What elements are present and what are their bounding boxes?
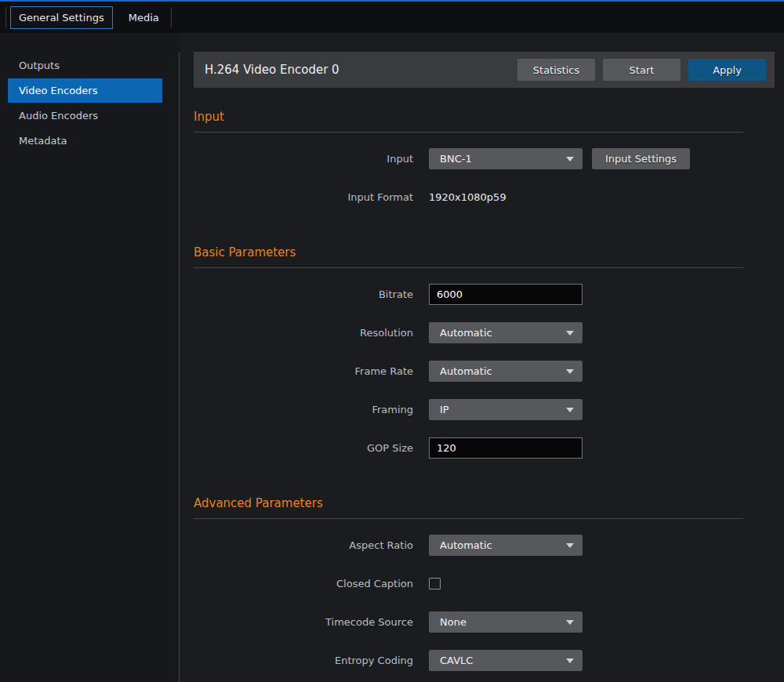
basic-parameters-section: Basic Parameters Bitrate Resolution Auto… <box>194 245 743 459</box>
main-panel: H.264 Video Encoder 0 Statistics Start A… <box>180 33 784 682</box>
input-format-value: 1920x1080p59 <box>429 191 506 203</box>
aspect-ratio-label: Aspect Ratio <box>194 539 429 551</box>
top-tab-bar: General Settings Media <box>0 0 784 33</box>
advanced-parameters-section: Advanced Parameters Aspect Ratio Automat… <box>194 496 743 671</box>
input-section: Input Input BNC-1 Input Settings Input F… <box>194 110 743 208</box>
section-divider <box>194 132 743 132</box>
closed-caption-checkbox[interactable] <box>429 578 441 589</box>
sidebar-item-audio-encoders[interactable]: Audio Encoders <box>8 103 162 128</box>
tab-media[interactable]: Media <box>121 7 167 28</box>
sidebar: Outputs Video Encoders Audio Encoders Me… <box>0 33 180 682</box>
apply-button[interactable]: Apply <box>688 59 766 81</box>
closed-caption-label: Closed Caption <box>194 578 429 589</box>
section-title-basic-parameters: Basic Parameters <box>194 245 743 259</box>
framing-select[interactable]: IP <box>429 399 583 420</box>
sidebar-item-outputs[interactable]: Outputs <box>8 53 162 78</box>
section-divider <box>194 518 743 519</box>
resolution-select-value: Automatic <box>440 327 492 339</box>
resolution-select[interactable]: Automatic <box>429 322 583 343</box>
entropy-coding-label: Entropy Coding <box>194 655 429 666</box>
section-divider <box>194 267 743 268</box>
input-settings-button[interactable]: Input Settings <box>592 148 690 169</box>
bitrate-input[interactable] <box>429 284 583 305</box>
entropy-coding-select-value: CAVLC <box>440 655 473 666</box>
frame-rate-select[interactable]: Automatic <box>429 361 583 382</box>
aspect-ratio-select[interactable]: Automatic <box>429 535 583 556</box>
statistics-button[interactable]: Statistics <box>517 59 595 81</box>
framing-label: Framing <box>194 404 429 415</box>
entropy-coding-select[interactable]: CAVLC <box>429 650 583 671</box>
gop-size-label: GOP Size <box>194 442 429 454</box>
input-select-value: BNC-1 <box>440 153 472 165</box>
tab-general-settings[interactable]: General Settings <box>10 6 113 29</box>
resolution-label: Resolution <box>194 327 429 339</box>
gop-size-input[interactable] <box>429 437 583 459</box>
input-label: Input <box>194 153 429 165</box>
section-title-input: Input <box>194 110 743 124</box>
panel-header: H.264 Video Encoder 0 Statistics Start A… <box>194 52 775 88</box>
start-button[interactable]: Start <box>603 59 681 81</box>
sidebar-item-video-encoders[interactable]: Video Encoders <box>8 78 162 103</box>
timecode-source-select-value: None <box>440 616 466 628</box>
input-select[interactable]: BNC-1 <box>429 148 583 169</box>
timecode-source-label: Timecode Source <box>194 616 429 628</box>
aspect-ratio-select-value: Automatic <box>440 539 492 551</box>
page-title: H.264 Video Encoder 0 <box>205 63 510 77</box>
frame-rate-label: Frame Rate <box>194 365 429 377</box>
bitrate-label: Bitrate <box>194 288 429 300</box>
section-title-advanced-parameters: Advanced Parameters <box>194 496 743 510</box>
frame-rate-select-value: Automatic <box>440 365 492 377</box>
framing-select-value: IP <box>440 404 449 415</box>
timecode-source-select[interactable]: None <box>429 611 583 633</box>
tab-separator <box>171 7 172 27</box>
sidebar-item-metadata[interactable]: Metadata <box>8 129 162 153</box>
tab-separator <box>5 7 6 27</box>
input-format-label: Input Format <box>194 191 429 203</box>
